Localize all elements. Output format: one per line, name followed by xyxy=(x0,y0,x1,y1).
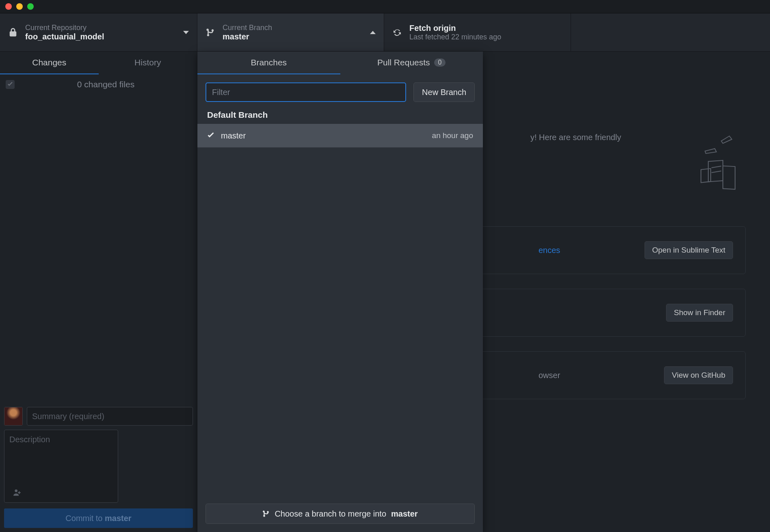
git-branch-icon xyxy=(205,28,215,37)
fetch-sub: Last fetched 22 minutes ago xyxy=(409,33,501,41)
changed-files-row: 0 changed files xyxy=(0,74,197,95)
tab-history[interactable]: History xyxy=(99,52,197,74)
commit-button-prefix: Commit to xyxy=(65,514,105,523)
branch-dropdown-footer: Choose a branch to merge into master xyxy=(197,495,483,532)
svg-rect-3 xyxy=(701,169,711,183)
window-controls xyxy=(5,3,34,10)
branch-dropdown: Branches Pull Requests 0 New Branch Defa… xyxy=(197,52,483,532)
check-icon xyxy=(207,132,214,139)
branch-selector[interactable]: Current Branch master xyxy=(197,13,384,51)
branch-dropdown-tabs: Branches Pull Requests 0 xyxy=(197,52,483,74)
open-in-editor-button[interactable]: Open in Sublime Text xyxy=(645,241,733,259)
window-titlebar xyxy=(0,0,770,13)
repository-label: Current Repository xyxy=(25,24,104,32)
lock-icon xyxy=(8,28,18,37)
branch-label: Current Branch xyxy=(223,24,272,32)
tab-pull-requests[interactable]: Pull Requests 0 xyxy=(340,52,483,74)
git-merge-icon xyxy=(262,509,270,518)
view-on-github-button[interactable]: View on GitHub xyxy=(664,366,733,384)
branch-item-name: master xyxy=(221,131,246,141)
new-branch-button[interactable]: New Branch xyxy=(413,82,475,102)
no-changes-hint: y! Here are some friendly xyxy=(530,133,621,142)
add-coauthor-icon[interactable] xyxy=(13,489,22,496)
branch-item-time: an hour ago xyxy=(432,131,473,140)
repository-selector[interactable]: Current Repository foo_actuarial_model xyxy=(0,13,197,51)
svg-rect-2 xyxy=(723,166,735,190)
merge-branch-button[interactable]: Choose a branch to merge into master xyxy=(205,504,475,524)
branch-filter-row: New Branch xyxy=(197,74,483,110)
commit-button[interactable]: Commit to master xyxy=(4,508,193,528)
repository-text: Current Repository foo_actuarial_model xyxy=(25,24,104,41)
close-window-button[interactable] xyxy=(5,3,12,10)
sync-icon xyxy=(392,28,402,37)
show-in-finder-button[interactable]: Show in Finder xyxy=(666,304,733,322)
chevron-down-icon xyxy=(183,31,189,34)
changed-files-count: 0 changed files xyxy=(20,80,191,89)
commit-button-branch: master xyxy=(105,514,132,523)
minimize-window-button[interactable] xyxy=(16,3,23,10)
fetch-text: Fetch origin Last fetched 22 minutes ago xyxy=(409,24,501,41)
default-branch-heading: Default Branch xyxy=(197,110,483,124)
pr-count-badge: 0 xyxy=(434,58,446,67)
app-toolbar: Current Repository foo_actuarial_model C… xyxy=(0,13,770,52)
commit-summary-input[interactable] xyxy=(27,407,193,426)
fetch-button[interactable]: Fetch origin Last fetched 22 minutes ago xyxy=(384,13,571,51)
sidebar: Changes History 0 changed files Commit t… xyxy=(0,52,197,532)
maximize-window-button[interactable] xyxy=(27,3,34,10)
commit-form: Commit to master xyxy=(0,403,197,532)
repository-name: foo_actuarial_model xyxy=(25,32,104,41)
tab-pull-requests-label: Pull Requests xyxy=(377,58,430,67)
svg-line-5 xyxy=(712,171,721,173)
branch-text: Current Branch master xyxy=(223,24,272,41)
branch-name: master xyxy=(223,32,272,41)
fetch-label: Fetch origin xyxy=(409,24,501,33)
merge-button-branch: master xyxy=(391,509,418,519)
main-area: Changes History 0 changed files Commit t… xyxy=(0,52,770,532)
svg-point-0 xyxy=(15,489,17,492)
svg-line-4 xyxy=(712,166,721,168)
preferences-link[interactable]: ences xyxy=(539,246,560,255)
tab-changes[interactable]: Changes xyxy=(0,52,99,74)
branch-item-master[interactable]: master an hour ago xyxy=(197,124,483,147)
tab-branches[interactable]: Branches xyxy=(197,52,340,74)
merge-button-prefix: Choose a branch to merge into xyxy=(275,509,386,519)
card-github-text: owser xyxy=(539,371,560,380)
sidebar-tabs: Changes History xyxy=(0,52,197,74)
avatar xyxy=(4,407,23,426)
select-all-checkbox[interactable] xyxy=(6,80,15,89)
illustration xyxy=(664,129,738,190)
branch-filter-input[interactable] xyxy=(205,82,406,102)
chevron-up-icon xyxy=(370,31,376,34)
